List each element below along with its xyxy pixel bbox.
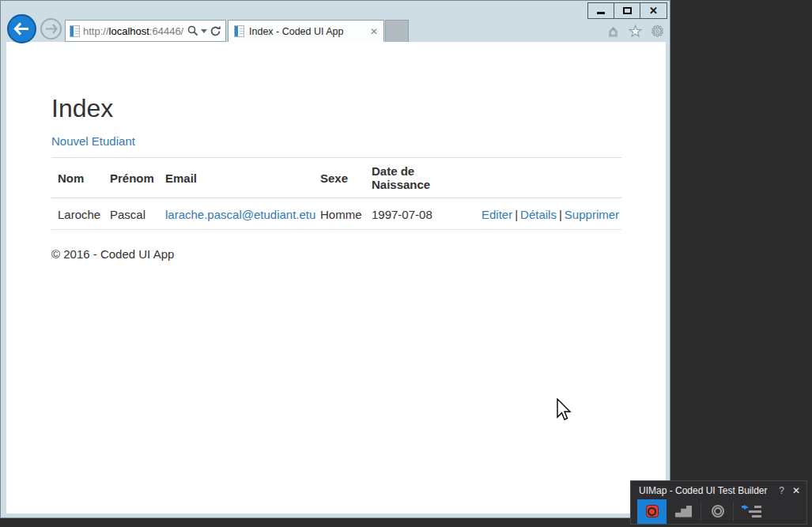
home-icon[interactable]: ⌂ [604,22,622,40]
favorites-icon[interactable]: ★ [626,22,644,40]
browser-tab[interactable]: Index - Coded UI App ✕ [228,20,384,43]
toolbar-separator [733,502,734,521]
edit-link[interactable]: Editer [482,208,512,221]
delete-link[interactable]: Supprimer [565,208,619,221]
forward-button[interactable] [40,18,62,40]
cell-sexe: Homme [314,198,365,233]
column-header-date: Date de Naissance [365,158,475,198]
back-button[interactable] [7,14,36,43]
url-host: localhost [109,25,149,37]
show-recorded-steps-icon[interactable] [675,506,692,518]
back-arrow-icon [13,22,30,36]
browser-window: ✕ http://localhost:64446/ Ind [0,0,670,518]
generate-code-icon[interactable] [744,505,761,518]
uimap-title-bar[interactable]: UIMap - Coded UI Test Builder ? ✕ [631,481,806,499]
url-rest: :64446/ [149,25,183,37]
window-controls: ✕ [587,2,667,19]
footer-divider [51,229,621,230]
uimap-toolbar [631,499,806,524]
column-header-email: Email [159,158,314,198]
maximize-button[interactable] [614,3,640,18]
uimap-panel-title: UIMap - Coded UI Test Builder [639,485,779,496]
tab-title: Index - Coded UI App [249,26,365,37]
url-protocol: http:// [83,25,109,37]
email-link[interactable]: larache.pascal@etudiant.etu [165,208,315,221]
browser-action-icons: ⌂ ★ ⚙ [604,22,667,40]
new-tab-button[interactable] [385,20,409,43]
action-separator: | [559,208,562,221]
close-button[interactable]: ✕ [640,3,667,18]
page-content: Index Nouvel Etudiant Nom Prénom Email S… [6,42,666,514]
address-bar[interactable]: http://localhost:64446/ [65,20,226,42]
crosshair-icon[interactable] [712,505,724,518]
table-header-row: Nom Prénom Email Sexe Date de Naissance [51,158,621,198]
cell-prenom: Pascal [104,198,159,233]
address-dropdown-icon[interactable] [201,29,207,33]
minimize-button[interactable] [588,3,614,18]
help-icon[interactable]: ? [779,485,784,496]
column-header-prenom: Prénom [104,158,159,198]
settings-icon[interactable]: ⚙ [648,22,667,40]
uimap-test-builder-panel: UIMap - Coded UI Test Builder ? ✕ [630,480,807,525]
mouse-cursor [556,398,573,423]
panel-close-icon[interactable]: ✕ [792,485,800,496]
column-header-sexe: Sexe [314,158,365,198]
page-title: Index [51,94,113,123]
action-separator: | [515,208,518,221]
column-header-actions [475,158,621,198]
page-favicon-icon [70,25,80,37]
new-student-link[interactable]: Nouvel Etudiant [51,134,135,148]
column-header-nom: Nom [51,158,104,198]
forward-arrow-icon [45,24,58,34]
tab-close-icon[interactable]: ✕ [370,26,378,37]
refresh-icon[interactable] [210,25,221,37]
close-icon: ✕ [649,6,658,16]
search-icon[interactable] [187,25,198,36]
minimize-icon [597,12,605,14]
tab-favicon-icon [234,25,244,37]
url-text[interactable]: http://localhost:64446/ [83,25,184,37]
table-row: Laroche Pascal larache.pascal@etudiant.e… [51,198,621,233]
record-icon [646,505,659,518]
details-link[interactable]: Détails [520,208,557,221]
maximize-icon [623,7,632,14]
cell-date-naissance: 1997-07-08 [365,198,475,233]
record-button[interactable] [637,499,667,524]
toolbar-separator [701,502,701,521]
students-table: Nom Prénom Email Sexe Date de Naissance … [51,157,621,232]
cell-nom: Laroche [51,198,104,233]
page-footer: © 2016 - Coded UI App [51,247,174,261]
